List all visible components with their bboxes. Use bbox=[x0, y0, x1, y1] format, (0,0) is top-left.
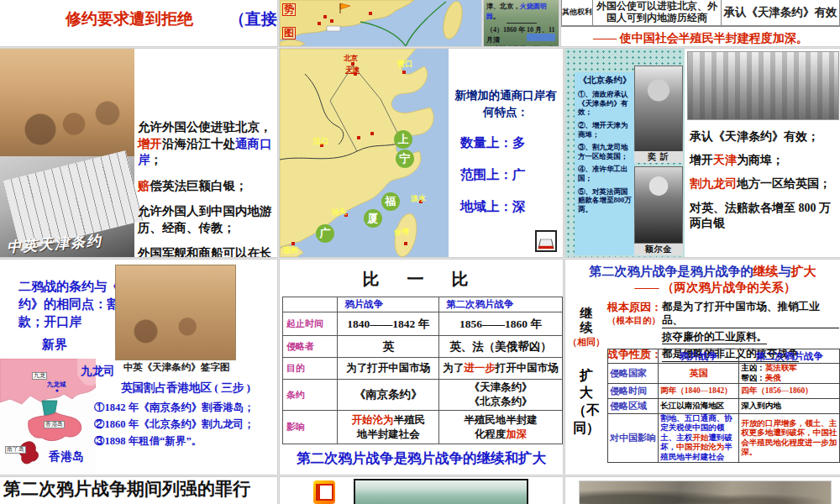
beijing-panorama-photo bbox=[687, 51, 839, 120]
slide-thumb-beijing-treaty-note[interactable]: 津、北京，火烧圆明园。 （4）1860 年 10 月、11 月清 政府被迫和英、… bbox=[484, 0, 559, 46]
map-vertical-label-2: 图 bbox=[282, 27, 296, 39]
g2b: 天津 bbox=[713, 154, 737, 166]
port-features-panel: 新增加的通商口岸有何特点： 数量上：多 范围上：广 地域上：深 bbox=[449, 49, 563, 257]
exp1: 扩 bbox=[580, 368, 593, 382]
book-icon bbox=[535, 230, 557, 252]
slide-thumb-war-map[interactable]: 势 图 bbox=[280, 0, 481, 46]
port-badge-ningbo: 宁 bbox=[396, 150, 414, 168]
cession-step-1: ①1842 年《南京条约》割香港岛； bbox=[94, 399, 277, 416]
crimes-title: 第二次鸦片战争期间列强的罪行 bbox=[3, 477, 250, 501]
deepening-conclusion: —— 使中国社会半殖民半封建程度加深。 bbox=[561, 31, 840, 46]
slide-thumb-relation[interactable]: 第二次鸦片战争是鸦片战争的继续与扩大 —— （两次鸦片战争的关系） 继续 （相同… bbox=[565, 260, 840, 475]
slide-thumb-ports-map[interactable]: 北京 天津 营口 汉口 汕头 淡水 台湾 琼州 上 宁 福 厦 广 新增加的通商… bbox=[280, 49, 563, 257]
cause-sub-label: （根本目的） bbox=[607, 315, 662, 327]
c-line1-prefix: 津、北京， bbox=[486, 3, 520, 10]
bterm-2: 增开天津为商埠； bbox=[690, 153, 837, 168]
jr4b: 开始 bbox=[692, 433, 708, 442]
jt-d: 扩大 bbox=[791, 265, 816, 278]
yuanmingyuan-logo-icon bbox=[313, 480, 335, 504]
feature-depth: 地域上：深 bbox=[460, 198, 526, 216]
g2c: 为商埠； bbox=[737, 154, 784, 166]
rights-effect-cell: 承认《天津条约》有效 bbox=[721, 0, 840, 25]
port-features-question: 新增加的通商口岸有何特点： bbox=[454, 87, 558, 122]
slide-thumb-tianjin-terms[interactable]: 中英天津条约 允许外国公使进驻北京，增开沿海沿江十处通商口岸； 赔偿英法巨额白银… bbox=[0, 49, 277, 257]
t2b: 偿英法巨额白银； bbox=[150, 179, 248, 192]
treaty-item-3: ③、割九龙司地方一区给英国； bbox=[578, 143, 632, 160]
treaty-signing-image: 中英天津条约 bbox=[0, 49, 134, 257]
slide-thumb-ruins-photo[interactable] bbox=[565, 477, 840, 504]
jr2-c1: 两年（1840—1842） bbox=[659, 384, 739, 399]
slide-thumb-beijing-treaty[interactable]: 《北京条约》 ①、清政府承认《天津条约》有效； ②、增开天津为商埠； ③、割九龙… bbox=[565, 49, 840, 257]
port-badge-fuzhou: 福 bbox=[381, 192, 400, 211]
bterm-4: 对英、法赔款各增至 800 万两白银 bbox=[690, 201, 837, 231]
header-opium-war: 鸦片战争 bbox=[338, 297, 439, 312]
port-badge-shanghai: 上 bbox=[394, 130, 412, 149]
title-text: 修约要求遭到拒绝 bbox=[66, 10, 193, 28]
tr2l1: 《天津条约》 bbox=[441, 381, 560, 395]
map-box-label-hk-island: 香港岛 bbox=[44, 421, 65, 428]
portrait-yixin bbox=[634, 66, 683, 153]
invaders-c2: 英、法（美俄帮凶） bbox=[439, 336, 563, 358]
cause-text-1: 都是为了打开中国市场、推销工业品、 bbox=[662, 300, 839, 328]
map-label-qiongzhou: 琼州 bbox=[283, 245, 298, 256]
map-label-tianjin: 天津 bbox=[345, 66, 360, 76]
p2b: 进一步 bbox=[464, 362, 496, 374]
map-label-jiulongsi: 九龙司 bbox=[81, 364, 115, 379]
jr1b: 英法联军 bbox=[765, 364, 797, 372]
portrait-elgin bbox=[634, 166, 683, 244]
slide-thumb-yuanmingyuan[interactable] bbox=[280, 477, 563, 504]
map-label-danshui: 淡水 bbox=[411, 193, 426, 204]
g3a: 割九龙司 bbox=[690, 177, 737, 190]
slide-thumb-hongkong-cession[interactable]: 二鸦战的条约与《南京条约》的相同点：割地；赔款；开口岸 新界 中英《天津条约》签… bbox=[0, 260, 277, 475]
cession-steps: 英国割占香港地区 ( 三步 ) ①1842 年《南京条约》割香港岛； ②1860… bbox=[94, 381, 277, 449]
treaty-item-2: ②、增开天津为商埠； bbox=[578, 121, 632, 139]
xinjie-text: 新界 bbox=[42, 337, 67, 353]
divider-line bbox=[507, 23, 537, 24]
cession-steps-title: 英国割占香港地区 ( 三步 ) bbox=[94, 381, 277, 396]
row-label-invaders: 侵略者 bbox=[283, 336, 338, 358]
table-row: 侵略区域 长江以南沿海地区 深入到内地 bbox=[608, 399, 840, 414]
table-row: 条约 《南京条约》 《天津条约》《北京条约》 bbox=[283, 380, 563, 411]
i1c: 地半封建社会 bbox=[357, 428, 420, 440]
row-label-purpose: 目的 bbox=[283, 358, 338, 380]
slide-thumb-compare-table[interactable]: 比 一 比 鸦片战争 第二次鸦片战争 起止时间 1840——1842 年 185… bbox=[280, 260, 563, 475]
map-label-taiwan: 台湾 bbox=[394, 227, 409, 238]
table-row: 侵略国家 英国 主凶：英法联军帮凶：美俄 bbox=[608, 364, 840, 384]
map-label-hk-island-big: 香港岛 bbox=[49, 449, 84, 465]
term-3: 允许外国人到中国内地游历、经商、传教； bbox=[138, 203, 276, 236]
cause-label: 根本原因： bbox=[607, 300, 662, 315]
jt-c: 与 bbox=[779, 265, 791, 278]
subtitle-text: （直接原因） bbox=[229, 10, 277, 28]
map-vertical-label-1: 势 bbox=[282, 3, 296, 16]
jt-b: 继续 bbox=[753, 265, 779, 278]
relation-subtitle: —— （两次鸦片战争的关系） bbox=[565, 280, 840, 296]
jr1-c1: 英国 bbox=[659, 364, 739, 384]
jr1-c2: 主凶：英法联军帮凶：美俄 bbox=[739, 364, 840, 384]
slide-thumb-crimes-title[interactable]: 第二次鸦片战争期间列强的罪行 bbox=[0, 477, 277, 504]
t1b: 增开 bbox=[138, 137, 162, 150]
cession-step-3: ③1898 年租借“新界”。 bbox=[94, 433, 277, 449]
slide-thumb-reject-revision[interactable]: 修约要求遭到拒绝 （直接原因） bbox=[0, 0, 277, 46]
expansion-label: 扩大 （不同） bbox=[567, 367, 606, 438]
treaty-box-title: 《北京条约》 bbox=[578, 75, 632, 87]
c-line1-period: 。 bbox=[493, 13, 500, 20]
bterm-1: 承认《天津条约》有效； bbox=[690, 129, 837, 144]
t1e: ； bbox=[150, 153, 163, 166]
jr3-c2: 深入到内地 bbox=[739, 399, 840, 414]
table-row: 影响 开始沦为半殖民地半封建社会 半殖民地半封建化程度加深 bbox=[283, 411, 563, 444]
jr4-c2: 开放的口岸增多，领土、主权更多地遭到破坏，中国社会半殖民地化程度进一步加深。 bbox=[739, 414, 840, 463]
slide-thumb-tianjin-treaty-table[interactable]: 其他权利 外国公使可以进驻北京、外国人可到内地游历经商 承认《天津条约》有效 —… bbox=[561, 0, 840, 46]
map-label-shantou: 汕头 bbox=[332, 207, 347, 218]
jr4d: 中国开始沦为 bbox=[676, 443, 724, 451]
compare-conclusion: 第二次鸦片战争是鸦片战争的继续和扩大 bbox=[280, 449, 563, 468]
jr2-c2: 四年（1856—1860） bbox=[739, 384, 840, 399]
dates-c2: 1856——1860 年 bbox=[439, 312, 563, 336]
t1a: 允许外国公使进驻北京， bbox=[138, 120, 272, 134]
jr3-c1: 长江以南沿海地区 bbox=[659, 399, 739, 414]
tr2l2: 《北京条约》 bbox=[441, 395, 560, 409]
c-line3: 政府被迫和英、法、俄三国分别 bbox=[486, 45, 557, 46]
map-box-label-lamma: 南丫岛 bbox=[5, 446, 26, 454]
port-badge-xiamen: 厦 bbox=[364, 209, 382, 228]
term-2: 赔偿英法巨额白银； bbox=[138, 178, 276, 195]
i2a: 半殖民地半封建 bbox=[464, 414, 538, 426]
